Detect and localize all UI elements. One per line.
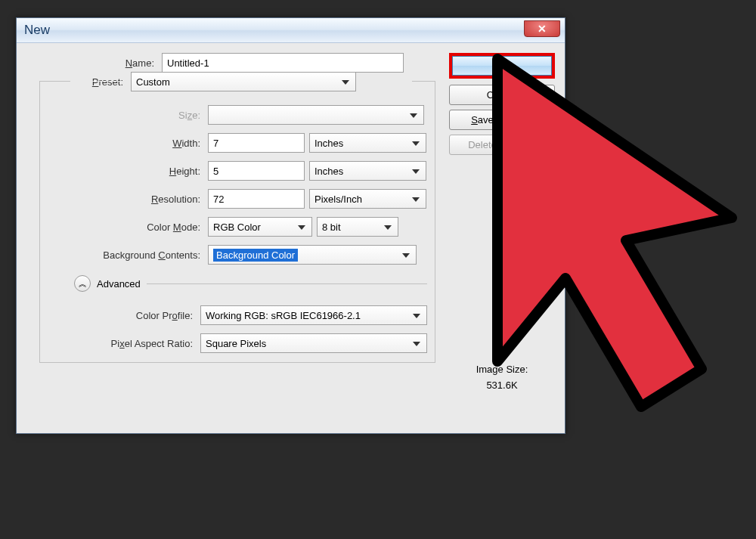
resolution-unit-combo[interactable]: Pixels/Inch	[309, 189, 426, 209]
dialog-title: New	[24, 23, 50, 38]
preset-label: Preset:	[40, 76, 131, 88]
settings-group: Preset: Custom Size: Width: Inches	[39, 81, 435, 363]
divider-line	[147, 283, 427, 284]
width-unit-combo[interactable]: Inches	[309, 133, 426, 153]
profile-label: Color Profile:	[40, 310, 200, 321]
advanced-divider: ︽ Advanced	[40, 275, 427, 292]
image-size-info: Image Size: 531.6K	[449, 364, 555, 391]
height-label: Height:	[40, 166, 208, 177]
color-mode-label: Color Mode:	[40, 221, 208, 233]
color-bit-combo[interactable]: 8 bit	[317, 217, 398, 237]
bg-combo[interactable]: Background Color	[208, 245, 417, 265]
new-document-dialog: New ✕ Name: Preset: Custom Size:	[16, 17, 565, 434]
width-input[interactable]	[208, 133, 305, 153]
size-label: Size:	[40, 110, 208, 121]
size-combo	[208, 105, 424, 125]
bg-value: Background Color	[213, 249, 298, 262]
image-size-value: 531.6K	[449, 379, 555, 391]
main-column: Name: Preset: Custom Size:	[17, 53, 449, 423]
height-input[interactable]	[208, 161, 305, 181]
save-preset-button[interactable]: Save Preset...	[449, 110, 555, 130]
resolution-input[interactable]	[208, 189, 305, 209]
advanced-label: Advanced	[97, 278, 141, 290]
height-unit-value: Inches	[314, 166, 343, 177]
pixel-ratio-value: Square Pixels	[206, 338, 266, 349]
pixel-ratio-combo[interactable]: Square Pixels	[200, 333, 427, 353]
cancel-button[interactable]: Cancel	[449, 85, 555, 105]
close-icon: ✕	[538, 23, 547, 35]
ok-button[interactable]: OK	[452, 56, 552, 76]
width-label: Width:	[40, 138, 208, 149]
profile-value: Working RGB: sRGB IEC61966-2.1	[206, 310, 361, 321]
chevron-up-icon: ︽	[79, 278, 87, 290]
profile-combo[interactable]: Working RGB: sRGB IEC61966-2.1	[200, 305, 427, 325]
resolution-label: Resolution:	[40, 194, 208, 205]
name-input[interactable]	[162, 53, 404, 73]
color-mode-value: RGB Color	[213, 221, 261, 233]
color-mode-combo[interactable]: RGB Color	[208, 217, 312, 237]
delete-preset-button: Delete Preset...	[449, 135, 555, 155]
name-label: Name:	[17, 57, 162, 69]
height-unit-combo[interactable]: Inches	[309, 161, 426, 181]
dialog-body: Name: Preset: Custom Size:	[17, 43, 565, 433]
side-column: OK Cancel Save Preset... Delete Preset..…	[449, 53, 555, 423]
bg-label: Background Contents:	[40, 249, 208, 261]
pixel-ratio-label: Pixel Aspect Ratio:	[40, 338, 200, 349]
color-bit-value: 8 bit	[322, 221, 341, 233]
titlebar[interactable]: New ✕	[17, 18, 565, 43]
image-size-label: Image Size:	[449, 364, 555, 375]
preset-value: Custom	[136, 76, 170, 88]
advanced-toggle[interactable]: ︽	[74, 275, 91, 292]
width-unit-value: Inches	[314, 138, 343, 149]
resolution-unit-value: Pixels/Inch	[314, 194, 362, 205]
preset-combo[interactable]: Custom	[131, 72, 356, 91]
close-button[interactable]: ✕	[524, 20, 560, 37]
ok-highlight: OK	[449, 53, 555, 79]
